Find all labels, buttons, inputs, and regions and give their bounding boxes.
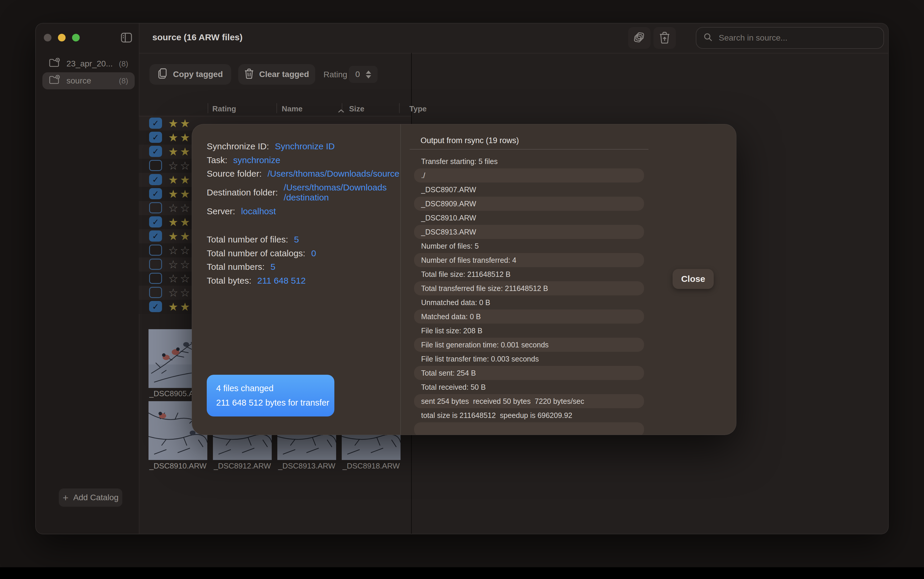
row-rating-stars[interactable]: ★★ [168,300,192,314]
sync-result-dialog: Synchronize ID: Synchronize ID Task: syn… [192,124,736,435]
transfer-notification: 4 files changed 211 648 512 bytes for tr… [207,375,334,417]
total-label: Total number of catalogs: [207,249,305,258]
thumbnail-label: _DSC8913.ARW [277,461,336,471]
sidebar-item-source[interactable]: source (8) [43,72,135,89]
row-checkbox[interactable] [149,287,162,298]
copy-tagged-button[interactable]: Copy tagged [149,64,231,85]
search-input[interactable] [718,33,876,43]
row-checkbox[interactable]: ✓ [149,188,162,199]
clear-tagged-button[interactable]: Clear tagged [238,64,315,85]
total-catalogs-value: 0 [311,249,316,258]
rsync-output-row[interactable]: Total sent: 254 B [414,366,644,380]
rsync-output-row[interactable]: _DSC8910.ARW [414,211,644,225]
rsync-output-row[interactable]: _DSC8907.ARW [414,183,644,196]
rsync-output-row[interactable]: Matched data: 0 B [414,309,644,324]
zoom-window-icon[interactable] [72,34,80,41]
row-checkbox[interactable]: ✓ [149,301,162,312]
sidebar-item-23-apr[interactable]: 23_apr_20... (8) [43,55,135,72]
rsync-output-row[interactable]: Number of files transferred: 4 [414,253,644,267]
server-link[interactable]: localhost [241,206,276,217]
rsync-output-row[interactable]: Unmatched data: 0 B [414,295,644,309]
row-rating-stars[interactable]: ★★ [168,215,192,229]
rating-filter-label: Rating [323,70,347,79]
notification-line1: 4 files changed [216,384,334,393]
screen: 23_apr_20... (8) source (8) + Add C [0,0,924,579]
rsync-output-row[interactable]: ./ [414,168,644,183]
rsync-output-row[interactable]: total size is 211648512 speedup is 69620… [414,408,644,422]
row-rating-stars[interactable]: ☆☆ [168,272,192,286]
row-checkbox[interactable] [149,202,162,213]
row-checkbox[interactable]: ✓ [149,132,162,143]
rsync-output-row[interactable]: File list transfer time: 0.003 seconds [414,352,644,366]
trash-icon [244,68,254,81]
row-checkbox[interactable] [149,258,162,270]
search-field[interactable] [696,27,884,49]
row-rating-stars[interactable]: ★★ [168,173,192,187]
totals-block: Total number of files: 5 Total number of… [207,234,389,286]
rsync-output-row[interactable]: File list size: 208 B [414,324,644,338]
row-rating-stars[interactable]: ★★ [168,116,192,131]
sidebar-item-label: 23_apr_20... [66,59,119,69]
column-header-size[interactable]: Size [349,104,364,113]
row-checkbox[interactable] [149,245,162,256]
row-rating-stars[interactable]: ★★ [168,229,192,244]
dialog-divider [400,124,401,435]
row-checkbox[interactable] [149,273,162,284]
rsync-output-row-partial [414,422,644,435]
thumbnail-label: _DSC8918.ARW [342,461,401,471]
info-row: Destination folder: /Users/thomas/Downlo… [207,183,389,203]
column-header-type[interactable]: Type [410,104,427,113]
column-header-name[interactable]: Name [282,104,303,113]
rsync-output-row[interactable]: Transfer starting: 5 files [414,154,644,168]
row-rating-stars[interactable]: ☆☆ [168,257,192,272]
row-rating-stars[interactable]: ☆☆ [168,201,192,215]
minimize-window-icon[interactable] [58,34,66,41]
synchronize-id-link[interactable]: Synchronize ID [275,141,335,152]
close-button[interactable]: Close [673,269,714,289]
add-catalog-button[interactable]: + Add Catalog [59,489,122,507]
row-rating-stars[interactable]: ☆☆ [168,159,192,173]
task-link[interactable]: synchronize [233,155,280,165]
total-numbers-value: 5 [270,262,275,272]
rsync-output-row[interactable]: File list generation time: 0.001 seconds [414,338,644,352]
row-rating-stars[interactable]: ★★ [168,145,192,159]
row-checkbox[interactable]: ✓ [149,118,162,129]
row-rating-stars[interactable]: ☆☆ [168,286,192,300]
total-files-value: 5 [294,234,299,245]
rsync-output-row[interactable]: _DSC8909.ARW [414,196,644,211]
sidebar-toggle-icon[interactable] [121,32,132,44]
rating-stepper[interactable]: 0 [349,66,378,83]
titlebar-divider [139,53,888,54]
rsync-output-row[interactable]: _DSC8913.ARW [414,225,644,239]
row-checkbox[interactable]: ✓ [149,174,162,185]
row-checkbox[interactable]: ✓ [149,216,162,227]
row-checkbox[interactable]: ✓ [149,231,162,242]
rating-stepper-value: 0 [355,70,360,79]
duplicate-catalog-button[interactable] [628,27,650,49]
info-row: Source folder: /Users/thomas/Downloads/s… [207,169,389,179]
destination-folder-link[interactable]: /Users/thomas/Downloads/destination [284,183,388,203]
empty-trash-button[interactable] [654,27,676,49]
thumbnail-label: _DSC8910.ARW [149,461,207,471]
stepper-chevrons-icon[interactable] [366,70,371,79]
total-bytes-value: 211 648 512 [257,276,306,286]
row-checkbox[interactable]: ✓ [149,146,162,157]
total-label: Total number of files: [207,234,288,245]
rsync-output-row[interactable]: Number of files: 5 [414,239,644,253]
row-rating-stars[interactable]: ★★ [168,131,192,145]
close-window-icon[interactable] [44,34,51,41]
rsync-output-row[interactable]: sent 254 bytes received 50 bytes 7220 by… [414,394,644,408]
source-folder-link[interactable]: /Users/thomas/Downloads/source [268,169,400,179]
rsync-output-row[interactable]: Total file size: 211648512 B [414,267,644,281]
column-header-rating[interactable]: Rating [212,104,236,113]
sidebar-item-count: (8) [119,77,128,85]
row-rating-stars[interactable]: ★★ [168,187,192,201]
thumbnail-label: _DSC8912.ARW [213,461,272,471]
total-label: Total bytes: [207,276,251,286]
rsync-output-row[interactable]: Total received: 50 B [414,380,644,394]
rsync-output-row[interactable]: Total transferred file size: 211648512 B [414,281,644,295]
notification-line2: 211 648 512 bytes for transfer [216,398,334,408]
rsync-title-underline [410,149,649,150]
row-rating-stars[interactable]: ☆☆ [168,244,192,257]
row-checkbox[interactable] [149,160,162,171]
